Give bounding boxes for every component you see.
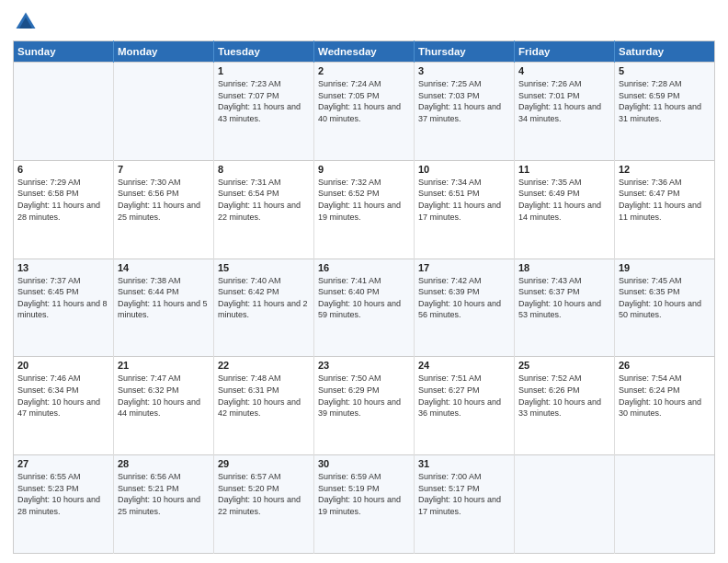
calendar-cell (615, 455, 715, 554)
day-number: 13 (17, 262, 109, 273)
day-info: Sunrise: 7:24 AMSunset: 7:05 PMDaylight:… (318, 78, 410, 124)
weekday-header: Saturday (615, 41, 715, 63)
calendar-cell: 4Sunrise: 7:26 AMSunset: 7:01 PMDaylight… (515, 63, 615, 161)
calendar-cell: 21Sunrise: 7:47 AMSunset: 6:32 PMDayligh… (114, 357, 214, 455)
day-number: 17 (418, 262, 510, 273)
day-number: 6 (17, 164, 109, 175)
day-number: 26 (619, 360, 711, 371)
calendar-cell: 3Sunrise: 7:25 AMSunset: 7:03 PMDaylight… (415, 63, 515, 161)
calendar-cell: 29Sunrise: 6:57 AMSunset: 5:20 PMDayligh… (214, 455, 314, 554)
day-number: 14 (118, 262, 210, 273)
day-info: Sunrise: 6:59 AMSunset: 5:19 PMDaylight:… (318, 471, 410, 517)
calendar-cell: 24Sunrise: 7:51 AMSunset: 6:27 PMDayligh… (415, 357, 515, 455)
calendar-cell (515, 455, 615, 554)
weekday-header: Wednesday (314, 41, 415, 63)
calendar-cell: 26Sunrise: 7:54 AMSunset: 6:24 PMDayligh… (615, 357, 715, 455)
day-number: 25 (518, 360, 610, 371)
day-info: Sunrise: 7:46 AMSunset: 6:34 PMDaylight:… (17, 373, 109, 419)
day-info: Sunrise: 7:35 AMSunset: 6:49 PMDaylight:… (518, 177, 610, 223)
calendar-cell: 31Sunrise: 7:00 AMSunset: 5:17 PMDayligh… (415, 455, 515, 554)
calendar-week-row: 1Sunrise: 7:23 AMSunset: 7:07 PMDaylight… (14, 63, 715, 161)
calendar-cell: 6Sunrise: 7:29 AMSunset: 6:58 PMDaylight… (14, 160, 114, 259)
calendar-cell: 19Sunrise: 7:45 AMSunset: 6:35 PMDayligh… (615, 259, 715, 357)
calendar-week-row: 20Sunrise: 7:46 AMSunset: 6:34 PMDayligh… (14, 357, 715, 455)
logo (13, 9, 42, 35)
day-info: Sunrise: 7:47 AMSunset: 6:32 PMDaylight:… (118, 373, 210, 419)
day-info: Sunrise: 7:38 AMSunset: 6:44 PMDaylight:… (118, 275, 210, 321)
day-info: Sunrise: 6:57 AMSunset: 5:20 PMDaylight:… (218, 471, 310, 517)
calendar-cell: 13Sunrise: 7:37 AMSunset: 6:45 PMDayligh… (14, 259, 114, 357)
day-info: Sunrise: 7:50 AMSunset: 6:29 PMDaylight:… (318, 373, 410, 419)
calendar-cell: 16Sunrise: 7:41 AMSunset: 6:40 PMDayligh… (314, 259, 415, 357)
calendar-cell: 22Sunrise: 7:48 AMSunset: 6:31 PMDayligh… (214, 357, 314, 455)
day-info: Sunrise: 7:25 AMSunset: 7:03 PMDaylight:… (418, 78, 510, 124)
day-info: Sunrise: 7:23 AMSunset: 7:07 PMDaylight:… (218, 78, 310, 124)
day-info: Sunrise: 7:30 AMSunset: 6:56 PMDaylight:… (118, 177, 210, 223)
day-info: Sunrise: 7:32 AMSunset: 6:52 PMDaylight:… (318, 177, 410, 223)
header (13, 9, 715, 35)
calendar-cell: 1Sunrise: 7:23 AMSunset: 7:07 PMDaylight… (214, 63, 314, 161)
calendar-cell: 11Sunrise: 7:35 AMSunset: 6:49 PMDayligh… (515, 160, 615, 259)
day-number: 3 (418, 65, 510, 76)
day-info: Sunrise: 7:45 AMSunset: 6:35 PMDaylight:… (619, 275, 711, 321)
calendar-cell: 8Sunrise: 7:31 AMSunset: 6:54 PMDaylight… (214, 160, 314, 259)
day-number: 31 (418, 458, 510, 469)
day-number: 23 (318, 360, 410, 371)
day-info: Sunrise: 7:00 AMSunset: 5:17 PMDaylight:… (418, 471, 510, 517)
day-number: 24 (418, 360, 510, 371)
day-info: Sunrise: 7:42 AMSunset: 6:39 PMDaylight:… (418, 275, 510, 321)
day-number: 29 (218, 458, 310, 469)
calendar-week-row: 27Sunrise: 6:55 AMSunset: 5:23 PMDayligh… (14, 455, 715, 554)
calendar-cell (114, 63, 214, 161)
day-number: 16 (318, 262, 410, 273)
calendar-cell: 20Sunrise: 7:46 AMSunset: 6:34 PMDayligh… (14, 357, 114, 455)
calendar-cell: 5Sunrise: 7:28 AMSunset: 6:59 PMDaylight… (615, 63, 715, 161)
calendar-cell: 17Sunrise: 7:42 AMSunset: 6:39 PMDayligh… (415, 259, 515, 357)
weekday-header: Thursday (415, 41, 515, 63)
calendar-cell: 14Sunrise: 7:38 AMSunset: 6:44 PMDayligh… (114, 259, 214, 357)
calendar-header: SundayMondayTuesdayWednesdayThursdayFrid… (14, 41, 715, 63)
day-info: Sunrise: 7:34 AMSunset: 6:51 PMDaylight:… (418, 177, 510, 223)
day-number: 27 (17, 458, 109, 469)
calendar-cell: 15Sunrise: 7:40 AMSunset: 6:42 PMDayligh… (214, 259, 314, 357)
day-number: 1 (218, 65, 310, 76)
day-number: 20 (17, 360, 109, 371)
calendar-cell: 12Sunrise: 7:36 AMSunset: 6:47 PMDayligh… (615, 160, 715, 259)
calendar-cell: 23Sunrise: 7:50 AMSunset: 6:29 PMDayligh… (314, 357, 415, 455)
day-info: Sunrise: 7:26 AMSunset: 7:01 PMDaylight:… (518, 78, 610, 124)
day-number: 12 (619, 164, 711, 175)
weekday-header: Monday (114, 41, 214, 63)
day-info: Sunrise: 7:31 AMSunset: 6:54 PMDaylight:… (218, 177, 310, 223)
day-info: Sunrise: 7:52 AMSunset: 6:26 PMDaylight:… (518, 373, 610, 419)
day-number: 10 (418, 164, 510, 175)
calendar-cell: 28Sunrise: 6:56 AMSunset: 5:21 PMDayligh… (114, 455, 214, 554)
day-number: 19 (619, 262, 711, 273)
day-number: 8 (218, 164, 310, 175)
day-number: 15 (218, 262, 310, 273)
calendar-week-row: 13Sunrise: 7:37 AMSunset: 6:45 PMDayligh… (14, 259, 715, 357)
day-info: Sunrise: 7:37 AMSunset: 6:45 PMDaylight:… (17, 275, 109, 321)
day-info: Sunrise: 7:54 AMSunset: 6:24 PMDaylight:… (619, 373, 711, 419)
day-info: Sunrise: 6:56 AMSunset: 5:21 PMDaylight:… (118, 471, 210, 517)
day-number: 22 (218, 360, 310, 371)
day-number: 21 (118, 360, 210, 371)
day-number: 2 (318, 65, 410, 76)
day-number: 28 (118, 458, 210, 469)
day-info: Sunrise: 7:40 AMSunset: 6:42 PMDaylight:… (218, 275, 310, 321)
calendar-body: 1Sunrise: 7:23 AMSunset: 7:07 PMDaylight… (14, 63, 715, 554)
calendar-cell: 7Sunrise: 7:30 AMSunset: 6:56 PMDaylight… (114, 160, 214, 259)
day-info: Sunrise: 7:43 AMSunset: 6:37 PMDaylight:… (518, 275, 610, 321)
calendar-cell (14, 63, 114, 161)
logo-icon (13, 9, 39, 35)
calendar-cell: 27Sunrise: 6:55 AMSunset: 5:23 PMDayligh… (14, 455, 114, 554)
calendar-week-row: 6Sunrise: 7:29 AMSunset: 6:58 PMDaylight… (14, 160, 715, 259)
weekday-header: Sunday (14, 41, 114, 63)
day-number: 4 (518, 65, 610, 76)
calendar-cell: 18Sunrise: 7:43 AMSunset: 6:37 PMDayligh… (515, 259, 615, 357)
page: SundayMondayTuesdayWednesdayThursdayFrid… (0, 0, 728, 563)
calendar-cell: 10Sunrise: 7:34 AMSunset: 6:51 PMDayligh… (415, 160, 515, 259)
day-info: Sunrise: 7:41 AMSunset: 6:40 PMDaylight:… (318, 275, 410, 321)
day-info: Sunrise: 6:55 AMSunset: 5:23 PMDaylight:… (17, 471, 109, 517)
calendar-cell: 9Sunrise: 7:32 AMSunset: 6:52 PMDaylight… (314, 160, 415, 259)
day-info: Sunrise: 7:36 AMSunset: 6:47 PMDaylight:… (619, 177, 711, 223)
